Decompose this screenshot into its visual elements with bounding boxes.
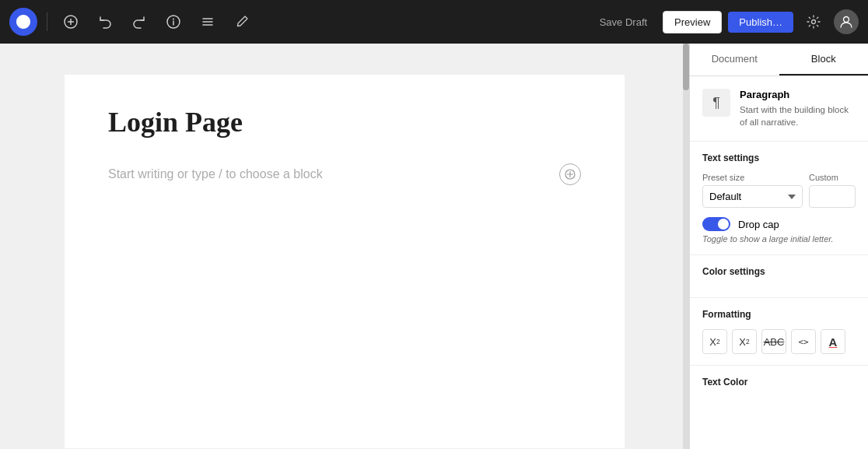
custom-size-label: Custom <box>809 173 856 182</box>
text-color-icon: A <box>829 335 838 349</box>
toolbar-right-actions: Save Draft Preview Publish… <box>590 8 859 36</box>
editor-scrollbar[interactable] <box>683 44 689 449</box>
svg-point-9 <box>812 20 816 24</box>
block-info-panel: ¶ Paragraph Start with the building bloc… <box>690 76 868 142</box>
user-avatar-button[interactable] <box>834 9 859 34</box>
placeholder-text: Start writing or type / to choose a bloc… <box>108 167 323 181</box>
avatar-icon <box>839 15 853 29</box>
plus-icon <box>64 15 78 29</box>
undo-button[interactable] <box>91 8 119 36</box>
formatting-section: Formatting X2 X2 ABC <> A <box>690 298 868 366</box>
text-color-title: Text Color <box>702 377 856 388</box>
editor-scrollbar-thumb[interactable] <box>683 44 689 90</box>
block-info-text: Paragraph Start with the building block … <box>740 89 856 128</box>
redo-button[interactable] <box>125 8 153 36</box>
code-icon: <> <box>798 337 808 347</box>
toggle-thumb <box>718 219 729 230</box>
undo-icon <box>98 15 112 29</box>
main-area: Login Page Start writing or type / to ch… <box>0 44 868 449</box>
svg-point-10 <box>844 17 849 23</box>
editor-area[interactable]: Login Page Start writing or type / to ch… <box>0 44 689 449</box>
block-info-description: Start with the building block of all nar… <box>740 103 856 128</box>
info-button[interactable] <box>159 8 187 36</box>
add-block-button[interactable] <box>57 8 85 36</box>
pencil-icon <box>235 15 249 29</box>
text-color-button[interactable]: A <box>821 329 845 354</box>
toolbar-separator-1 <box>47 12 47 31</box>
tab-document[interactable]: Document <box>690 44 779 75</box>
color-settings-section: Color settings <box>690 255 868 298</box>
wp-logo-icon <box>16 14 31 30</box>
page-title[interactable]: Login Page <box>108 106 581 139</box>
block-info-title: Paragraph <box>740 89 856 100</box>
sidebar-tabs: Document Block <box>690 44 868 76</box>
sidebar: Document Block ¶ Paragraph Start with th… <box>689 44 868 449</box>
gear-icon <box>807 15 821 29</box>
preset-size-label: Preset size <box>702 173 803 182</box>
custom-size-input[interactable] <box>809 185 856 208</box>
superscript-icon: 2 <box>716 338 720 346</box>
block-type-icon: ¶ <box>702 89 730 117</box>
superscript-button[interactable]: X2 <box>702 329 727 354</box>
editor-content: Login Page Start writing or type / to ch… <box>65 75 625 448</box>
color-settings-title: Color settings <box>702 266 856 277</box>
text-settings-title: Text settings <box>702 153 856 163</box>
inline-plus-icon <box>565 169 576 180</box>
tab-block[interactable]: Block <box>779 44 869 75</box>
toolbar: Save Draft Preview Publish… <box>0 0 868 44</box>
drop-cap-label: Drop cap <box>738 219 779 230</box>
preset-size-col: Preset size Default Small Normal Medium … <box>702 173 803 208</box>
settings-button[interactable] <box>800 8 828 36</box>
drop-cap-row: Drop cap <box>702 217 856 231</box>
wp-logo-button[interactable] <box>9 8 37 36</box>
preview-button[interactable]: Preview <box>663 11 722 33</box>
tools-button[interactable] <box>228 8 256 36</box>
preset-size-row: Preset size Default Small Normal Medium … <box>702 173 856 208</box>
preset-size-select[interactable]: Default Small Normal Medium Large Extra … <box>702 185 803 208</box>
text-settings-section: Text settings Preset size Default Small … <box>690 142 868 255</box>
inline-add-block-button[interactable] <box>559 163 581 185</box>
save-draft-button[interactable]: Save Draft <box>590 12 656 33</box>
info-icon <box>166 15 180 29</box>
publish-button[interactable]: Publish… <box>728 12 793 33</box>
list-view-icon <box>201 15 215 29</box>
redo-icon <box>132 15 146 29</box>
editor-placeholder-row[interactable]: Start writing or type / to choose a bloc… <box>108 163 581 185</box>
text-color-section: Text Color <box>690 366 868 398</box>
subscript-button[interactable]: X2 <box>732 329 757 354</box>
drop-cap-toggle[interactable] <box>702 217 730 231</box>
drop-cap-hint: Toggle to show a large initial letter. <box>702 234 856 244</box>
strikethrough-icon: ABC <box>764 336 785 348</box>
svg-point-5 <box>173 19 174 20</box>
strikethrough-button[interactable]: ABC <box>761 329 786 354</box>
custom-size-col: Custom <box>809 173 856 208</box>
paragraph-icon: ¶ <box>712 95 720 111</box>
formatting-title: Formatting <box>702 309 856 320</box>
subscript-icon: 2 <box>746 338 750 346</box>
code-button[interactable]: <> <box>791 329 816 354</box>
formatting-buttons-row: X2 X2 ABC <> A <box>702 329 856 354</box>
list-view-button[interactable] <box>194 8 222 36</box>
